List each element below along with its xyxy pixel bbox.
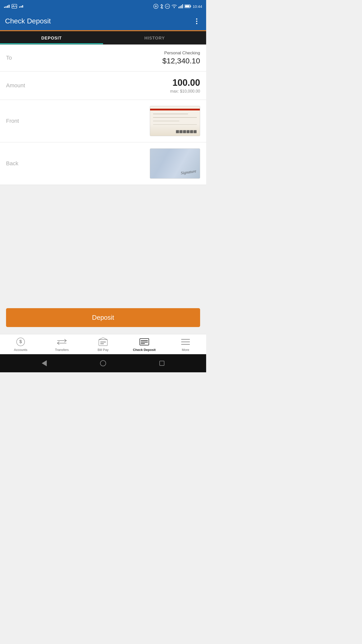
back-check-image[interactable]: Signature bbox=[150, 148, 200, 179]
billpay-icon bbox=[98, 337, 109, 346]
nav-item-accounts[interactable]: $ Accounts bbox=[0, 337, 41, 352]
account-balance: $12,340.10 bbox=[162, 57, 200, 65]
status-left bbox=[4, 4, 23, 9]
more-label: More bbox=[182, 348, 189, 352]
transfers-label: Transfers bbox=[55, 348, 69, 352]
nav-item-more[interactable]: More bbox=[165, 337, 206, 352]
front-row[interactable]: Front ⬛⬛⬛⬛⬛⬛ bbox=[0, 100, 206, 142]
tab-deposit[interactable]: DEPOSIT bbox=[0, 31, 103, 44]
amount-label: Amount bbox=[6, 82, 25, 89]
menu-dot bbox=[196, 23, 197, 24]
bluetooth-icon bbox=[160, 4, 163, 9]
nav-item-checkdeposit[interactable]: Check Deposit bbox=[124, 337, 165, 352]
tab-bar: DEPOSIT HISTORY bbox=[0, 31, 206, 45]
svg-rect-13 bbox=[190, 6, 191, 7]
checkdeposit-icon bbox=[139, 337, 150, 346]
svg-marker-20 bbox=[99, 338, 107, 340]
back-label: Back bbox=[6, 160, 18, 167]
page-title: Check Deposit bbox=[5, 17, 51, 25]
cell-signal-icon bbox=[178, 4, 183, 8]
svg-rect-22 bbox=[100, 343, 104, 344]
accounts-icon: $ bbox=[15, 337, 26, 346]
signal-icon-2 bbox=[19, 5, 23, 8]
back-row[interactable]: Back Signature bbox=[0, 142, 206, 185]
app-header: Check Deposit bbox=[0, 13, 206, 31]
svg-rect-10 bbox=[181, 5, 182, 8]
deposit-button-container: Deposit bbox=[0, 303, 206, 334]
front-label: Front bbox=[6, 118, 19, 124]
battery-icon bbox=[185, 4, 191, 8]
add-circle-icon bbox=[153, 4, 158, 9]
image-icon bbox=[12, 4, 17, 9]
svg-rect-11 bbox=[182, 4, 183, 8]
svg-rect-9 bbox=[180, 6, 180, 8]
time-display: 10:44 bbox=[193, 4, 202, 9]
front-check-image[interactable]: ⬛⬛⬛⬛⬛⬛ bbox=[150, 106, 200, 136]
svg-rect-21 bbox=[100, 342, 106, 342]
transfers-icon bbox=[56, 337, 67, 346]
status-bar: 10:44 bbox=[0, 0, 206, 13]
svg-rect-19 bbox=[99, 340, 107, 346]
svg-text:$: $ bbox=[19, 339, 22, 344]
bottom-nav: $ Accounts Transfers Bill Pay bbox=[0, 334, 206, 354]
nav-item-billpay[interactable]: Bill Pay bbox=[82, 337, 124, 352]
account-info: Personal Checking $12,340.10 bbox=[162, 51, 200, 65]
home-button[interactable] bbox=[100, 360, 106, 366]
recents-button[interactable] bbox=[159, 361, 164, 366]
svg-point-7 bbox=[174, 7, 175, 8]
wifi-icon bbox=[171, 4, 177, 8]
spacer bbox=[0, 185, 206, 303]
checkdeposit-label: Check Deposit bbox=[133, 348, 156, 352]
tab-history[interactable]: HISTORY bbox=[103, 31, 206, 44]
signal-icon bbox=[4, 5, 10, 8]
nav-item-transfers[interactable]: Transfers bbox=[41, 337, 82, 352]
form-content: To Personal Checking $12,340.10 Amount 1… bbox=[0, 45, 206, 334]
check-back-visual: Signature bbox=[150, 149, 200, 178]
amount-max: max: $10,000.00 bbox=[170, 89, 200, 94]
menu-dot bbox=[196, 21, 197, 22]
more-options-button[interactable] bbox=[192, 17, 201, 26]
to-label: To bbox=[6, 55, 12, 61]
deposit-button[interactable]: Deposit bbox=[6, 308, 200, 327]
amount-row[interactable]: Amount 100.00 max: $10,000.00 bbox=[0, 71, 206, 100]
check-front-visual: ⬛⬛⬛⬛⬛⬛ bbox=[150, 106, 200, 136]
status-right: 10:44 bbox=[153, 4, 202, 9]
android-nav-bar bbox=[0, 354, 206, 372]
billpay-label: Bill Pay bbox=[98, 348, 108, 352]
amount-value: 100.00 bbox=[170, 77, 200, 88]
back-button[interactable] bbox=[42, 360, 47, 366]
to-row[interactable]: To Personal Checking $12,340.10 bbox=[0, 45, 206, 71]
svg-rect-14 bbox=[185, 5, 190, 7]
svg-rect-8 bbox=[178, 7, 179, 8]
more-icon bbox=[180, 337, 191, 346]
account-name: Personal Checking bbox=[162, 51, 200, 56]
amount-info: 100.00 max: $10,000.00 bbox=[170, 77, 200, 94]
accounts-label: Accounts bbox=[14, 348, 27, 352]
menu-dot bbox=[196, 18, 197, 20]
minus-circle-icon bbox=[165, 4, 170, 9]
